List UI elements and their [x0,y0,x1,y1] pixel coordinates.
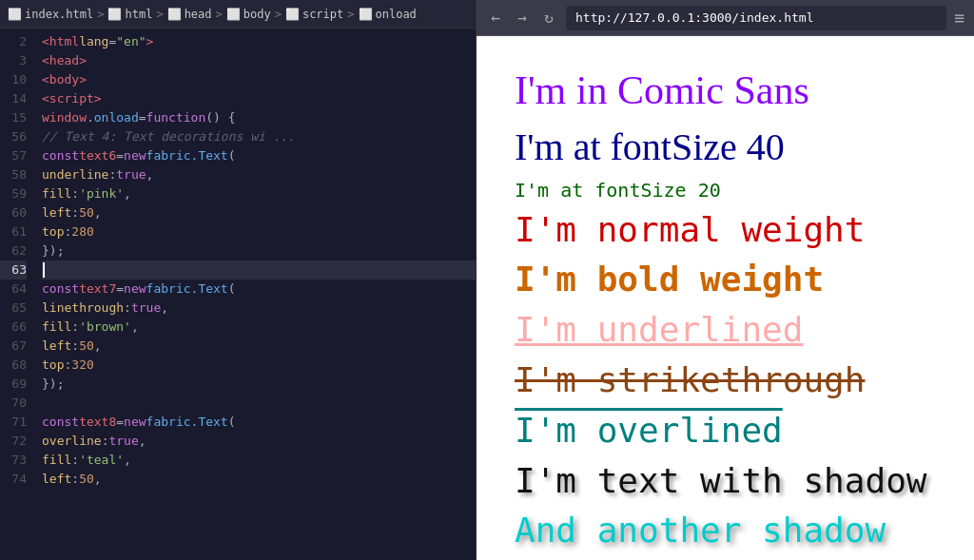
code-line: <html lang="en"> [42,32,476,51]
line-number: 69 [0,375,27,394]
line-number: 14 [0,89,27,108]
line-number: 61 [0,222,27,241]
script-icon: ⬜ [285,8,300,21]
code-token: new [124,413,146,432]
code-token: }); [42,241,64,261]
editor-body: 2310141556575859606162636465666768697071… [0,29,476,560]
line-number: 10 [0,70,27,89]
line-number: 70 [0,394,27,413]
forward-button[interactable]: → [513,9,532,27]
code-token: fabric.Text [146,280,228,299]
code-line: linethrough: true, [42,299,476,318]
browser-toolbar: ← → ↻ ≡ [477,0,974,36]
line-number: 60 [0,203,27,222]
code-line: // Text 4: Text decorations wi ... [42,127,476,146]
code-token: lang [79,32,108,51]
code-token: "en" [116,32,146,51]
code-token: fabric.Text [146,413,228,432]
line-number: 67 [0,337,27,356]
code-line: fill: 'brown', [42,318,476,337]
code-content[interactable]: <html lang="en"> <head> <body> <script> … [34,29,476,560]
code-token: , [124,451,131,470]
code-token: linethrough [42,299,124,318]
code-token: : [124,299,131,318]
code-line: <head> [42,51,476,70]
code-token: const [42,413,79,432]
code-token: top [42,356,64,375]
demo-text-fontsize40: I'm at fontSize 40 [515,123,936,172]
text-cursor [43,262,45,278]
editor-panel: ⬜ index.html > ⬜ html > ⬜ head > ⬜ body … [0,0,476,560]
code-token: text7 [79,280,116,299]
code-token: = [116,413,124,432]
html-icon: ⬜ [107,8,122,21]
line-numbers: 2310141556575859606162636465666768697071… [0,29,34,560]
code-token: fill [42,451,71,470]
demo-text-another-shadow: And another shadow [515,509,936,553]
code-token: fill [42,184,71,203]
line-number: 2 [0,32,27,51]
code-token: true [131,299,161,318]
code-line: top: 280 [42,222,476,241]
code-token: left [42,203,71,222]
code-token: <html [42,32,79,51]
code-token: top [42,222,64,241]
code-line: left: 50, [42,337,476,356]
line-number: 3 [0,51,27,70]
code-token: text8 [79,413,116,432]
back-button[interactable]: ← [486,9,505,27]
code-token: : [102,432,109,451]
code-token: () { [205,108,235,127]
code-token: , [131,318,139,337]
code-token: }); [42,375,64,394]
head-icon: ⬜ [167,8,182,21]
code-token: const [42,280,79,299]
code-line: underline: true, [42,165,476,184]
code-token: : [108,165,116,184]
code-token: <head> [42,51,87,70]
code-line: }); [42,241,476,261]
code-token: 50 [79,337,94,356]
code-token: > [146,32,154,51]
code-token: . [87,108,94,127]
code-token: = [116,146,124,165]
code-line: left: 50, [42,470,476,489]
demo-text-underlined: I'm underlined [515,308,936,353]
line-number: 15 [0,108,27,127]
line-number: 57 [0,146,27,165]
code-token: onload [94,108,139,127]
code-line [42,394,476,413]
line-number: 59 [0,184,27,203]
menu-button[interactable]: ≡ [954,8,964,28]
breadcrumb-head: head [185,8,212,21]
code-line: window.onload = function() { [42,108,476,127]
code-line: const text8 = new fabric.Text( [42,413,476,432]
code-token: const [42,146,79,165]
demo-text-normal-weight: I'm normal weight [515,208,936,253]
code-line: }); [42,375,476,394]
demo-text-comic-sans: I'm in Comic Sans [515,65,936,117]
address-bar[interactable] [566,6,946,30]
code-token: : [71,451,79,470]
code-line: const text6 = new fabric.Text( [42,146,476,165]
browser-content: I'm in Comic Sans I'm at fontSize 40 I'm… [477,36,974,560]
code-token: left [42,470,71,489]
line-number: 63 [0,261,27,280]
code-token: left [42,337,71,356]
line-number: 56 [0,127,27,146]
code-token: , [139,432,146,451]
code-line: fill: 'pink', [42,184,476,203]
code-token: window [42,108,87,127]
breadcrumb-onload: onload [376,8,417,21]
demo-text-shadow: I'm text with shadow [515,459,936,504]
code-token: : [71,318,79,337]
code-token: new [124,280,146,299]
demo-text-bold-weight: I'm bold weight [515,258,936,302]
browser-panel: ← → ↻ ≡ I'm in Comic Sans I'm at fontSiz… [476,0,974,560]
refresh-button[interactable]: ↻ [539,9,558,27]
line-number: 64 [0,280,27,299]
code-token: : [71,337,79,356]
code-token: 'brown' [79,318,131,337]
code-token: true [116,165,146,184]
code-token: new [124,146,146,165]
